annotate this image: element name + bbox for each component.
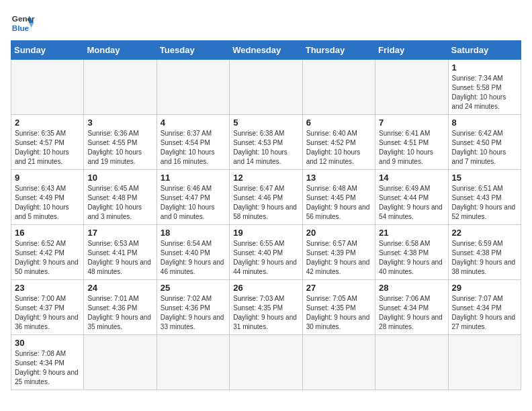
- sun-info: Sunrise: 6:51 AM Sunset: 4:43 PM Dayligh…: [452, 184, 517, 222]
- calendar-cell: 4Sunrise: 6:37 AM Sunset: 4:54 PM Daylig…: [157, 115, 229, 170]
- day-number: 29: [452, 283, 517, 293]
- sun-info: Sunrise: 6:53 AM Sunset: 4:41 PM Dayligh…: [87, 239, 152, 277]
- week-row-4: 16Sunrise: 6:52 AM Sunset: 4:42 PM Dayli…: [11, 225, 521, 280]
- day-number: 25: [161, 283, 226, 293]
- day-number: 14: [379, 173, 444, 183]
- sun-info: Sunrise: 7:03 AM Sunset: 4:35 PM Dayligh…: [233, 294, 298, 332]
- day-number: 24: [87, 283, 152, 293]
- calendar-cell: 5Sunrise: 6:38 AM Sunset: 4:53 PM Daylig…: [230, 115, 302, 170]
- sun-info: Sunrise: 6:58 AM Sunset: 4:38 PM Dayligh…: [379, 239, 444, 277]
- week-row-1: 1Sunrise: 7:34 AM Sunset: 5:58 PM Daylig…: [11, 60, 521, 115]
- sun-info: Sunrise: 6:57 AM Sunset: 4:39 PM Dayligh…: [306, 239, 371, 277]
- sun-info: Sunrise: 6:46 AM Sunset: 4:47 PM Dayligh…: [161, 184, 226, 222]
- day-number: 5: [233, 118, 298, 128]
- calendar-cell: [230, 335, 302, 390]
- sun-info: Sunrise: 6:52 AM Sunset: 4:42 PM Dayligh…: [15, 239, 80, 277]
- sun-info: Sunrise: 6:59 AM Sunset: 4:38 PM Dayligh…: [452, 239, 517, 277]
- week-row-3: 9Sunrise: 6:43 AM Sunset: 4:49 PM Daylig…: [11, 170, 521, 225]
- weekday-header-wednesday: Wednesday: [230, 41, 302, 60]
- sun-info: Sunrise: 7:00 AM Sunset: 4:37 PM Dayligh…: [15, 294, 80, 332]
- sun-info: Sunrise: 6:40 AM Sunset: 4:52 PM Dayligh…: [306, 129, 371, 167]
- calendar-cell: 27Sunrise: 7:05 AM Sunset: 4:35 PM Dayli…: [302, 280, 375, 335]
- sun-info: Sunrise: 7:08 AM Sunset: 4:34 PM Dayligh…: [15, 349, 80, 387]
- calendar-cell: 19Sunrise: 6:55 AM Sunset: 4:40 PM Dayli…: [230, 225, 302, 280]
- svg-text:Blue: Blue: [12, 24, 30, 32]
- day-number: 19: [233, 228, 298, 238]
- day-number: 30: [15, 338, 80, 348]
- week-row-5: 23Sunrise: 7:00 AM Sunset: 4:37 PM Dayli…: [11, 280, 521, 335]
- calendar-cell: 29Sunrise: 7:07 AM Sunset: 4:34 PM Dayli…: [448, 280, 521, 335]
- calendar-cell: 10Sunrise: 6:45 AM Sunset: 4:48 PM Dayli…: [84, 170, 157, 225]
- day-number: 4: [161, 118, 226, 128]
- day-number: 13: [306, 173, 371, 183]
- weekday-header-saturday: Saturday: [448, 41, 521, 60]
- day-number: 1: [452, 62, 517, 73]
- calendar-table: SundayMondayTuesdayWednesdayThursdayFrid…: [11, 40, 521, 390]
- calendar-cell: [84, 335, 157, 390]
- week-row-2: 2Sunrise: 6:35 AM Sunset: 4:57 PM Daylig…: [11, 115, 521, 170]
- calendar-cell: [302, 335, 375, 390]
- calendar-cell: 12Sunrise: 6:47 AM Sunset: 4:46 PM Dayli…: [230, 170, 302, 225]
- day-number: 22: [452, 228, 517, 238]
- calendar-cell: [375, 335, 448, 390]
- sun-info: Sunrise: 6:35 AM Sunset: 4:57 PM Dayligh…: [15, 129, 80, 167]
- sun-info: Sunrise: 6:42 AM Sunset: 4:50 PM Dayligh…: [452, 129, 517, 167]
- calendar-cell: 26Sunrise: 7:03 AM Sunset: 4:35 PM Dayli…: [230, 280, 302, 335]
- week-row-6: 30Sunrise: 7:08 AM Sunset: 4:34 PM Dayli…: [11, 335, 521, 390]
- day-number: 21: [379, 228, 444, 238]
- svg-marker-3: [29, 23, 34, 28]
- sun-info: Sunrise: 7:07 AM Sunset: 4:34 PM Dayligh…: [452, 294, 517, 332]
- calendar-cell: 24Sunrise: 7:01 AM Sunset: 4:36 PM Dayli…: [84, 280, 157, 335]
- calendar-cell: 14Sunrise: 6:49 AM Sunset: 4:44 PM Dayli…: [375, 170, 448, 225]
- calendar-cell: 9Sunrise: 6:43 AM Sunset: 4:49 PM Daylig…: [11, 170, 84, 225]
- day-number: 3: [87, 118, 152, 128]
- weekday-header-sunday: Sunday: [11, 41, 84, 60]
- sun-info: Sunrise: 7:05 AM Sunset: 4:35 PM Dayligh…: [306, 294, 371, 332]
- weekday-header-thursday: Thursday: [302, 41, 375, 60]
- calendar-cell: 30Sunrise: 7:08 AM Sunset: 4:34 PM Dayli…: [11, 335, 84, 390]
- sun-info: Sunrise: 6:54 AM Sunset: 4:40 PM Dayligh…: [161, 239, 226, 277]
- page-header: General Blue: [11, 11, 521, 35]
- sun-info: Sunrise: 7:01 AM Sunset: 4:36 PM Dayligh…: [87, 294, 152, 332]
- sun-info: Sunrise: 6:49 AM Sunset: 4:44 PM Dayligh…: [379, 184, 444, 222]
- sun-info: Sunrise: 7:06 AM Sunset: 4:34 PM Dayligh…: [379, 294, 444, 332]
- sun-info: Sunrise: 6:47 AM Sunset: 4:46 PM Dayligh…: [233, 184, 298, 222]
- day-number: 26: [233, 283, 298, 293]
- calendar-cell: 15Sunrise: 6:51 AM Sunset: 4:43 PM Dayli…: [448, 170, 521, 225]
- calendar-cell: [157, 335, 229, 390]
- sun-info: Sunrise: 6:36 AM Sunset: 4:55 PM Dayligh…: [87, 129, 152, 167]
- calendar-cell: 23Sunrise: 7:00 AM Sunset: 4:37 PM Dayli…: [11, 280, 84, 335]
- day-number: 20: [306, 228, 371, 238]
- calendar-cell: 8Sunrise: 6:42 AM Sunset: 4:50 PM Daylig…: [448, 115, 521, 170]
- sun-info: Sunrise: 6:48 AM Sunset: 4:45 PM Dayligh…: [306, 184, 371, 222]
- sun-info: Sunrise: 7:34 AM Sunset: 5:58 PM Dayligh…: [452, 74, 517, 111]
- logo: General Blue: [11, 11, 35, 35]
- calendar-cell: [157, 60, 229, 115]
- day-number: 2: [15, 118, 80, 128]
- calendar-cell: 1Sunrise: 7:34 AM Sunset: 5:58 PM Daylig…: [448, 60, 521, 115]
- calendar-cell: 21Sunrise: 6:58 AM Sunset: 4:38 PM Dayli…: [375, 225, 448, 280]
- calendar-cell: 2Sunrise: 6:35 AM Sunset: 4:57 PM Daylig…: [11, 115, 84, 170]
- sun-info: Sunrise: 6:37 AM Sunset: 4:54 PM Dayligh…: [161, 129, 226, 167]
- calendar-cell: 6Sunrise: 6:40 AM Sunset: 4:52 PM Daylig…: [302, 115, 375, 170]
- sun-info: Sunrise: 6:55 AM Sunset: 4:40 PM Dayligh…: [233, 239, 298, 277]
- day-number: 11: [161, 173, 226, 183]
- sun-info: Sunrise: 6:45 AM Sunset: 4:48 PM Dayligh…: [87, 184, 152, 222]
- calendar-cell: 3Sunrise: 6:36 AM Sunset: 4:55 PM Daylig…: [84, 115, 157, 170]
- calendar-cell: [375, 60, 448, 115]
- day-number: 27: [306, 283, 371, 293]
- calendar-cell: 17Sunrise: 6:53 AM Sunset: 4:41 PM Dayli…: [84, 225, 157, 280]
- calendar-cell: 25Sunrise: 7:02 AM Sunset: 4:36 PM Dayli…: [157, 280, 229, 335]
- day-number: 18: [161, 228, 226, 238]
- calendar-cell: [84, 60, 157, 115]
- logo-icon: General Blue: [11, 11, 35, 35]
- weekday-header-tuesday: Tuesday: [157, 41, 229, 60]
- calendar-cell: 7Sunrise: 6:41 AM Sunset: 4:51 PM Daylig…: [375, 115, 448, 170]
- day-number: 15: [452, 173, 517, 183]
- day-number: 23: [15, 283, 80, 293]
- calendar-cell: 16Sunrise: 6:52 AM Sunset: 4:42 PM Dayli…: [11, 225, 84, 280]
- sun-info: Sunrise: 7:02 AM Sunset: 4:36 PM Dayligh…: [161, 294, 226, 332]
- day-number: 9: [15, 173, 80, 183]
- calendar-cell: [448, 335, 521, 390]
- calendar-cell: 28Sunrise: 7:06 AM Sunset: 4:34 PM Dayli…: [375, 280, 448, 335]
